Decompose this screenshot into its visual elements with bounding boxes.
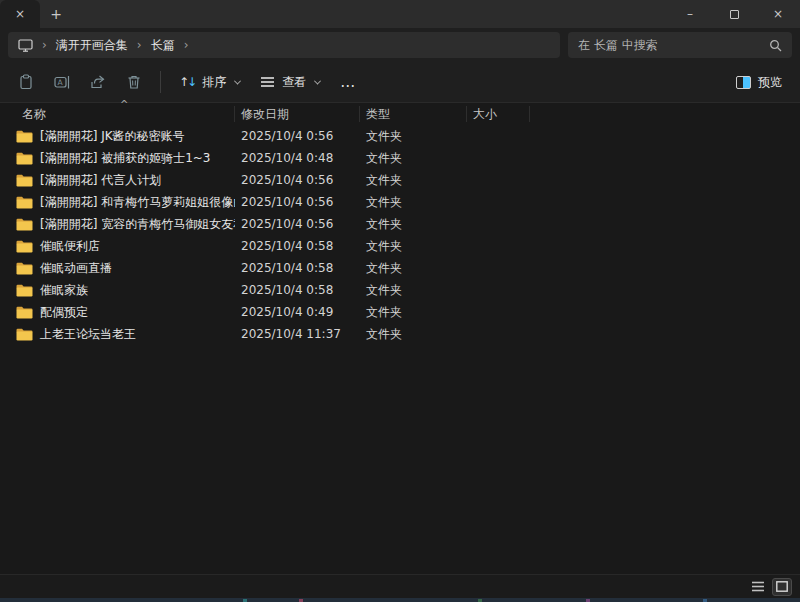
file-name-cell[interactable]: [滿開開花] JK酱的秘密账号 [0, 128, 235, 145]
column-header-date[interactable]: 修改日期 [235, 106, 360, 122]
preview-pane-icon [736, 76, 751, 89]
sort-button-label: 排序 [202, 74, 226, 91]
file-name-cell[interactable]: 催眠动画直播 [0, 260, 235, 277]
breadcrumb-chevron-icon[interactable]: › [137, 38, 142, 52]
share-icon [90, 74, 106, 90]
file-name-cell[interactable]: 配偶预定 [0, 304, 235, 321]
column-header-type[interactable]: 类型 [360, 106, 467, 122]
file-name: [滿開開花] JK酱的秘密账号 [40, 128, 185, 145]
preview-button[interactable]: 预览 [726, 66, 792, 98]
file-name-cell[interactable]: 催眠便利店 [0, 238, 235, 255]
file-row[interactable]: 配偶预定2025/10/4 0:49文件夹 [0, 301, 800, 323]
maximize-icon [730, 10, 739, 19]
file-date-cell: 2025/10/4 0:56 [235, 217, 360, 231]
folder-icon [16, 306, 33, 319]
rename-icon: A [54, 74, 70, 90]
file-row[interactable]: [滿開開花] 和青梅竹马萝莉姐姐很像的AV2025/10/4 0:56文件夹 [0, 191, 800, 213]
file-date-cell: 2025/10/4 0:56 [235, 195, 360, 209]
folder-icon [16, 174, 33, 187]
taskbar-sliver [0, 598, 800, 602]
file-name-cell[interactable]: [滿開開花] 和青梅竹马萝莉姐姐很像的AV [0, 194, 235, 211]
paste-icon [18, 74, 34, 90]
this-pc-icon [18, 39, 33, 52]
file-name: 配偶预定 [40, 304, 88, 321]
file-name-cell[interactable]: [滿開開花] 被捕获的姬骑士1~3 [0, 150, 235, 167]
file-type-cell: 文件夹 [360, 282, 467, 299]
more-options-button[interactable]: … [330, 66, 366, 98]
file-type-cell: 文件夹 [360, 172, 467, 189]
file-row[interactable]: 上老王论坛当老王2025/10/4 11:37文件夹 [0, 323, 800, 345]
more-icon: … [340, 73, 356, 91]
file-name: [滿開開花] 代言人计划 [40, 172, 161, 189]
toolbar-separator [160, 71, 161, 93]
file-date-cell: 2025/10/4 0:49 [235, 305, 360, 319]
file-name: [滿開開花] 和青梅竹马萝莉姐姐很像的AV [40, 194, 235, 211]
sort-button[interactable]: ↑↓ 排序 [169, 66, 250, 98]
share-button[interactable] [80, 66, 116, 98]
file-date-cell: 2025/10/4 0:58 [235, 283, 360, 297]
minimize-button[interactable]: – [668, 0, 712, 28]
file-rows: [滿開開花] JK酱的秘密账号2025/10/4 0:56文件夹[滿開開花] 被… [0, 125, 800, 345]
file-name: [滿開開花] 宽容的青梅竹马御姐女友和她的秘密 [40, 216, 235, 233]
column-header-blank [530, 106, 800, 122]
folder-icon [16, 262, 33, 275]
file-row[interactable]: [滿開開花] 宽容的青梅竹马御姐女友和她的秘密2025/10/4 0:56文件夹 [0, 213, 800, 235]
file-name-cell[interactable]: [滿開開花] 代言人计划 [0, 172, 235, 189]
sort-arrows-icon: ↑↓ [179, 75, 195, 89]
command-toolbar: A ↑↓ 排序 [0, 62, 800, 103]
breadcrumb-chevron-icon[interactable]: › [184, 38, 189, 52]
folder-icon [16, 240, 33, 253]
address-bar[interactable]: › 满开开画合集 › 长篇 › [8, 32, 560, 58]
trash-icon [126, 74, 142, 90]
breadcrumb-item-changpian[interactable]: 长篇 [151, 37, 175, 54]
chevron-down-icon [314, 77, 321, 84]
delete-button[interactable] [116, 66, 152, 98]
minimize-icon: – [687, 7, 693, 21]
close-button[interactable]: × [756, 0, 800, 28]
file-name-cell[interactable]: [滿開開花] 宽容的青梅竹马御姐女友和她的秘密 [0, 216, 235, 233]
breadcrumb-item-collection[interactable]: 满开开画合集 [56, 37, 128, 54]
paste-button[interactable] [8, 66, 44, 98]
status-bar [0, 574, 800, 598]
file-type-cell: 文件夹 [360, 304, 467, 321]
tab-bar: × + – × [0, 0, 800, 28]
file-name-cell[interactable]: 催眠家族 [0, 282, 235, 299]
file-row[interactable]: [滿開開花] 代言人计划2025/10/4 0:56文件夹 [0, 169, 800, 191]
tab-close-icon[interactable]: × [10, 5, 30, 23]
file-row[interactable]: 催眠家族2025/10/4 0:58文件夹 [0, 279, 800, 301]
folder-icon [16, 284, 33, 297]
file-type-cell: 文件夹 [360, 128, 467, 145]
file-type-cell: 文件夹 [360, 216, 467, 233]
column-header-size[interactable]: 大小 [467, 106, 530, 122]
folder-icon [16, 152, 33, 165]
explorer-tab[interactable]: × [0, 0, 40, 28]
folder-icon [16, 328, 33, 341]
file-name: [滿開開花] 被捕获的姬骑士1~3 [40, 150, 211, 167]
large-icons-view-icon [776, 581, 788, 592]
rename-button[interactable]: A [44, 66, 80, 98]
maximize-button[interactable] [712, 0, 756, 28]
new-tab-button[interactable]: + [40, 0, 72, 28]
file-list: ^ 名称 修改日期 类型 大小 [滿開開花] JK酱的秘密账号2025/10/4… [0, 103, 800, 345]
file-row[interactable]: [滿開開花] JK酱的秘密账号2025/10/4 0:56文件夹 [0, 125, 800, 147]
search-icon[interactable] [769, 39, 782, 52]
file-row[interactable]: [滿開開花] 被捕获的姬骑士1~32025/10/4 0:48文件夹 [0, 147, 800, 169]
file-row[interactable]: 催眠便利店2025/10/4 0:58文件夹 [0, 235, 800, 257]
file-name: 催眠动画直播 [40, 260, 112, 277]
file-row[interactable]: 催眠动画直播2025/10/4 0:58文件夹 [0, 257, 800, 279]
file-name: 催眠便利店 [40, 238, 100, 255]
file-type-cell: 文件夹 [360, 238, 467, 255]
details-view-toggle[interactable] [748, 578, 768, 596]
close-icon: × [773, 7, 783, 21]
folder-icon [16, 196, 33, 209]
address-row: › 满开开画合集 › 长篇 › 在 长篇 中搜索 [0, 28, 800, 62]
column-header-name[interactable]: 名称 [0, 106, 235, 122]
details-view-icon [752, 581, 764, 592]
search-box[interactable]: 在 长篇 中搜索 [568, 32, 792, 58]
file-explorer-window: × + – × › 满开开画合集 › 长篇 › [0, 0, 800, 602]
file-type-cell: 文件夹 [360, 194, 467, 211]
file-date-cell: 2025/10/4 0:58 [235, 239, 360, 253]
view-button[interactable]: 查看 [250, 66, 330, 98]
large-icons-view-toggle[interactable] [772, 578, 792, 596]
file-name-cell[interactable]: 上老王论坛当老王 [0, 326, 235, 343]
